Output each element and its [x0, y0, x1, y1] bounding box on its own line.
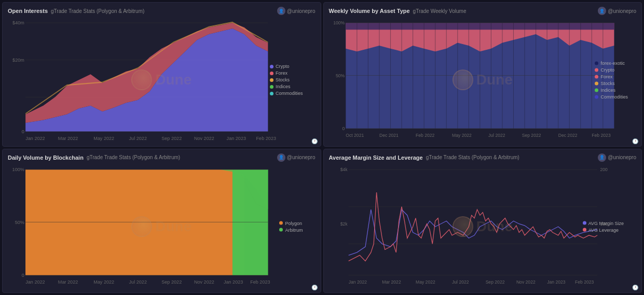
svg-text:Dec 2022: Dec 2022: [558, 133, 577, 138]
chart-title-2: Weekly Volume by Asset Type: [329, 8, 410, 14]
chart-subtitle-1: gTrade Trade Stats (Polygon & Arbitrum): [51, 8, 144, 14]
svg-text:Sep 2022: Sep 2022: [485, 279, 504, 285]
svg-text:May 2022: May 2022: [93, 279, 114, 285]
svg-text:Mar 2022: Mar 2022: [58, 279, 78, 285]
chart-subtitle-3: gTrade Trade Stats (Polygon & Arbitrum): [87, 154, 180, 160]
clock-icon-1: 🕐: [311, 138, 318, 144]
chart-user-3: 👤 @unionepro: [277, 153, 316, 162]
chart-user-4: 👤 @unionepro: [598, 153, 636, 162]
legend-2: forex-exotic Crypto Forex Stocks Indices…: [595, 61, 628, 100]
svg-text:Dec 2021: Dec 2021: [379, 133, 398, 138]
chart-title-1: Open Interests: [8, 8, 48, 14]
svg-text:Jan 2023: Jan 2023: [547, 279, 566, 285]
svg-text:0: 0: [342, 126, 345, 131]
svg-text:Feb 2023: Feb 2023: [575, 279, 594, 285]
svg-text:50%: 50%: [335, 73, 344, 78]
svg-text:Oct 2021: Oct 2021: [346, 133, 364, 138]
svg-text:Nov 2022: Nov 2022: [516, 279, 535, 285]
svg-text:0: 0: [22, 273, 24, 278]
svg-text:Jan 2022: Jan 2022: [25, 136, 45, 141]
chart-svg-area-1: $40m $20m 0 Jan 2022 Mar 2022 May 2022 J…: [8, 17, 316, 143]
svg-text:Feb 2023: Feb 2023: [250, 279, 270, 285]
svg-text:Jul 2022: Jul 2022: [452, 279, 469, 285]
dashboard: Open Interests gTrade Trade Stats (Polyg…: [0, 0, 644, 295]
svg-text:Jan 2023: Jan 2023: [227, 136, 246, 141]
chart-header-3: Daily Volume by Blockchain gTrade Trade …: [8, 153, 316, 162]
legend-3: Polygon Arbitrum: [279, 220, 303, 232]
clock-icon-4: 🕐: [632, 285, 638, 290]
svg-text:Mar 2022: Mar 2022: [382, 279, 401, 285]
svg-text:May 2022: May 2022: [415, 279, 435, 285]
avatar-1: 👤: [277, 7, 285, 15]
chart-weekly-volume: Weekly Volume by Asset Type gTrade Weekl…: [323, 2, 642, 147]
svg-text:Sep 2022: Sep 2022: [522, 133, 541, 138]
svg-text:Jan 2022: Jan 2022: [348, 279, 367, 285]
svg-text:May 2022: May 2022: [452, 133, 472, 138]
svg-text:Jul 2022: Jul 2022: [129, 136, 147, 141]
chart-svg-3: 100% 50% 0 Jan 2022 Mar 2022 May 2022 Ju…: [8, 164, 316, 290]
chart-user-2: 👤 @unionepro: [598, 7, 636, 15]
chart-daily-volume: Daily Volume by Blockchain gTrade Trade …: [2, 149, 321, 293]
chart-svg-area-4: $4k $2k 200 100 Jan 2022 Mar 2022 May 20…: [329, 164, 637, 290]
chart-title-4: Average Margin Size and Leverage: [329, 154, 423, 161]
svg-text:$2k: $2k: [340, 221, 348, 226]
chart-svg-1: $40m $20m 0 Jan 2022 Mar 2022 May 2022 J…: [8, 17, 316, 143]
chart-user-1: 👤 @unionepro: [277, 7, 316, 15]
svg-text:Jan 2023: Jan 2023: [224, 279, 243, 285]
svg-text:$40m: $40m: [12, 20, 24, 25]
svg-text:Jan 2022: Jan 2022: [25, 279, 45, 285]
chart-header-1: Open Interests gTrade Trade Stats (Polyg…: [8, 7, 316, 15]
chart-avg-margin: Average Margin Size and Leverage gTrade …: [323, 149, 642, 293]
svg-text:Feb 2023: Feb 2023: [592, 133, 611, 138]
svg-text:100%: 100%: [12, 167, 24, 172]
avatar-3: 👤: [277, 153, 285, 162]
svg-text:$4k: $4k: [340, 167, 348, 172]
svg-text:Sep 2022: Sep 2022: [161, 136, 182, 141]
chart-subtitle-4: gTrade Trade Stats (Polygon & Arbitrum): [426, 154, 519, 160]
svg-text:Feb 2022: Feb 2022: [415, 133, 434, 138]
clock-icon-3: 🕐: [311, 285, 318, 290]
svg-text:Mar 2022: Mar 2022: [58, 136, 78, 141]
legend-1: Crypto Forex Stocks Indices Commodities: [270, 64, 303, 96]
clock-icon-2: 🕐: [632, 138, 638, 144]
svg-text:Nov 2022: Nov 2022: [194, 136, 214, 141]
chart-open-interests: Open Interests gTrade Trade Stats (Polyg…: [2, 2, 321, 147]
svg-text:Feb 2023: Feb 2023: [256, 136, 276, 141]
chart-svg-area-3: 100% 50% 0 Jan 2022 Mar 2022 May 2022 Ju…: [8, 164, 316, 290]
legend-4: AVG Margin Size AVG Leverage: [583, 220, 624, 232]
svg-text:Nov 2022: Nov 2022: [194, 279, 214, 285]
chart-subtitle-2: gTrade Weekly Volume: [413, 8, 467, 14]
svg-text:0: 0: [22, 129, 24, 134]
avatar-2: 👤: [598, 7, 606, 15]
svg-text:50%: 50%: [15, 219, 24, 224]
svg-text:Jul 2022: Jul 2022: [488, 133, 505, 138]
avatar-4: 👤: [598, 153, 606, 162]
chart-header-4: Average Margin Size and Leverage gTrade …: [329, 153, 637, 162]
chart-svg-area-2: 100% 50% 0 Oct 2021 Dec 2021 Feb 2022 Ma…: [329, 17, 637, 143]
svg-text:Jul 2022: Jul 2022: [129, 279, 147, 285]
chart-title-3: Daily Volume by Blockchain: [8, 154, 84, 161]
svg-text:$20m: $20m: [12, 58, 24, 63]
svg-text:Sep 2022: Sep 2022: [161, 279, 182, 285]
svg-text:200: 200: [600, 167, 608, 172]
svg-text:May 2022: May 2022: [93, 136, 114, 141]
chart-svg-2: 100% 50% 0 Oct 2021 Dec 2021 Feb 2022 Ma…: [329, 17, 637, 143]
chart-header-2: Weekly Volume by Asset Type gTrade Weekl…: [329, 7, 637, 15]
svg-text:100%: 100%: [333, 20, 345, 25]
